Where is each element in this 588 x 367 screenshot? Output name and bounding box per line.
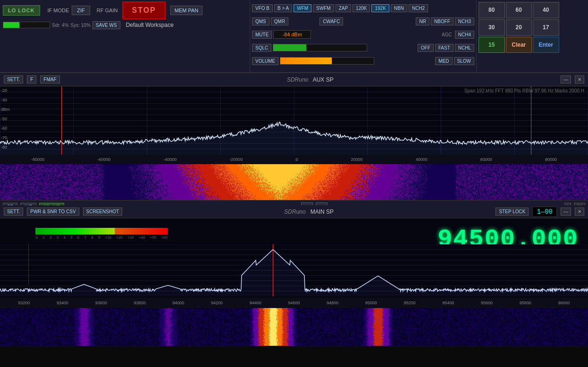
aux-waterfall-canvas	[0, 164, 588, 200]
slow-button[interactable]: SLOW	[454, 57, 474, 65]
top-left-controls: LO LOCK IF MODE ZIF RF GAIN STOP MEM PAN…	[0, 0, 250, 72]
num-60[interactable]: 60	[506, 2, 532, 18]
nch4-button[interactable]: NCH4	[455, 31, 474, 39]
swfm-button[interactable]: SWFM	[313, 4, 334, 12]
sdr-percent: Sdr: 4%	[52, 23, 69, 28]
volume-bar[interactable]	[280, 57, 374, 65]
freq-label: 20000	[351, 157, 363, 162]
main-sp-panel: SETT. PWR & SNR TO CSV SCREENSHOT SDRuno…	[0, 205, 588, 347]
ctrl-row-3: MUTE -84 dBm AGC NCH4	[252, 28, 474, 41]
med-button[interactable]: MED	[435, 57, 452, 65]
freq-label: 60000	[480, 157, 492, 162]
main-waterfall-canvas	[0, 308, 588, 346]
aux-minimize-button[interactable]: —	[561, 75, 571, 83]
aux-sp-title: SDRuno AUX SP	[64, 76, 557, 83]
wfm-button[interactable]: WFM	[294, 4, 311, 12]
num-40[interactable]: 40	[533, 2, 559, 18]
num-80[interactable]: 80	[479, 2, 505, 18]
freq-label: -60000	[97, 157, 110, 162]
aux-red-line-right	[531, 86, 531, 155]
step-lock-button[interactable]: STEP LOCK	[496, 208, 529, 216]
freq-label: -80000	[31, 157, 44, 162]
num-15[interactable]: 15	[479, 37, 505, 53]
enter-button[interactable]: Enter	[533, 37, 559, 53]
num-17[interactable]: 17	[533, 19, 559, 36]
clear-button[interactable]: Clear	[506, 37, 532, 53]
aux-red-line-left	[61, 86, 62, 155]
pwr-snr-button[interactable]: PWR & SNR TO CSV	[27, 208, 79, 216]
volume-button[interactable]: VOLUME	[252, 57, 278, 65]
top-middle-controls: VFO B B > A WFM SWFM ZAP 120K 192K NBN N…	[250, 0, 477, 72]
main-sp-header: SETT. PWR & SNR TO CSV SCREENSHOT SDRuno…	[0, 205, 588, 218]
sys-percent: Sys: 10%	[71, 23, 91, 28]
row1: LO LOCK IF MODE ZIF RF GAIN STOP MEM PAN	[3, 2, 247, 18]
freq-label: -40000	[163, 157, 176, 162]
nch3-button[interactable]: NCH3	[455, 17, 474, 25]
lo-lock-button[interactable]: LO LOCK	[3, 5, 40, 16]
dbm-display: -84 dBm	[273, 30, 311, 39]
vfo-b-button[interactable]: VFO B	[252, 4, 273, 12]
aux-waterfall-area	[0, 164, 588, 200]
screenshot-button[interactable]: SCREENSHOT	[83, 208, 122, 216]
off-button[interactable]: OFF	[418, 44, 434, 52]
num-20[interactable]: 20	[506, 19, 532, 36]
ctrl-row-4: SQLC OFF FAST NCHL	[252, 42, 474, 54]
main-minimize-button[interactable]: —	[561, 208, 571, 216]
aux-fmaf-button[interactable]: FMAF	[40, 75, 59, 83]
ctrl-row-2: QMS QMR CWAFC NR NBOFF NCH3	[252, 15, 474, 27]
ctrl-row-5: VOLUME MED SLOW	[252, 55, 474, 67]
sqlc-button[interactable]: SQLC	[252, 44, 271, 52]
main-close-button[interactable]: ✕	[575, 208, 584, 216]
save-ws-button[interactable]: SAVE WS	[92, 21, 120, 29]
nchl-button[interactable]: NCHL	[455, 44, 474, 52]
aux-f-button[interactable]: F	[27, 75, 36, 83]
aux-spectrum-canvas	[0, 86, 588, 155]
main-title-sdr: SDRuno	[284, 209, 305, 215]
freq-label: 40000	[416, 157, 428, 162]
step-lock-display: 1—00	[532, 207, 557, 217]
120k-button[interactable]: 120K	[353, 4, 370, 12]
mem-pan-button[interactable]: MEM PAN	[170, 6, 203, 15]
nboff-button[interactable]: NBOFF	[431, 17, 454, 25]
top-bar: LO LOCK IF MODE ZIF RF GAIN STOP MEM PAN…	[0, 0, 588, 73]
aux-close-button[interactable]: ✕	[575, 75, 584, 83]
qmr-button[interactable]: QMR	[271, 17, 288, 25]
nbn-button[interactable]: NBN	[391, 4, 407, 12]
main-sett-button[interactable]: SETT.	[4, 208, 23, 216]
aux-spectrum-info: Span 192 kHz FFT 980 Pts RBW 97.96 Hz Ma…	[464, 88, 584, 93]
s-meter-bar	[35, 228, 168, 234]
main-spectrum-canvas	[0, 244, 588, 296]
numpad: 80 60 40 30 20 17 15 Clear Enter	[477, 0, 588, 72]
cwafc-button[interactable]: CWAFC	[319, 17, 343, 25]
freq-label: -20000	[229, 157, 243, 162]
stop-button[interactable]: STOP	[122, 1, 165, 19]
aux-sett-button[interactable]: SETT.	[4, 75, 23, 83]
aux-sp-header: SETT. F FMAF SDRuno AUX SP — ✕	[0, 73, 588, 86]
workspace-label: Default Workspace	[126, 22, 174, 28]
num-30[interactable]: 30	[479, 19, 505, 36]
squelch-bar[interactable]	[273, 44, 367, 51]
zif-button[interactable]: ZIF	[72, 6, 90, 15]
nch2-button[interactable]: NCH2	[409, 4, 428, 12]
main-freq-axis: 93200 93400 93600 93800 94000 94200 9440…	[0, 298, 588, 308]
main-spectrum-area: S123456789+10+20+30+40+50+60 94500.000 -…	[0, 218, 588, 298]
freq-label: 80000	[545, 157, 557, 162]
aux-spectrum-area: Span 192 kHz FFT 980 Pts RBW 97.96 Hz Ma…	[0, 86, 588, 155]
aux-sp-panel: SETT. F FMAF SDRuno AUX SP — ✕ Span 192 …	[0, 73, 588, 205]
cpu-bar	[3, 22, 50, 28]
192k-button[interactable]: 192K	[371, 4, 389, 12]
rf-gain-label: RF GAIN	[97, 8, 118, 13]
zap-button[interactable]: ZAP	[336, 4, 351, 12]
mute-button[interactable]: MUTE	[252, 31, 272, 39]
aux-title-sdr: SDRuno	[287, 76, 308, 83]
b-a-button[interactable]: B > A	[274, 4, 292, 12]
aux-y-labels: -20-30dBm-50-60-70-80-90-100-110-120-130	[1, 86, 10, 155]
row2-sdr-info: Sdr: 4% Sys: 10% SAVE WS Default Workspa…	[3, 20, 247, 30]
fast-button[interactable]: FAST	[435, 44, 454, 52]
if-mode-label: IF MODE	[48, 8, 69, 13]
ctrl-row-1: VFO B B > A WFM SWFM ZAP 120K 192K NBN N…	[252, 2, 474, 14]
nr-button[interactable]: NR	[416, 17, 429, 25]
freq-label: 0	[295, 157, 298, 162]
qms-button[interactable]: QMS	[252, 17, 269, 25]
agc-label: AGC	[442, 32, 452, 37]
